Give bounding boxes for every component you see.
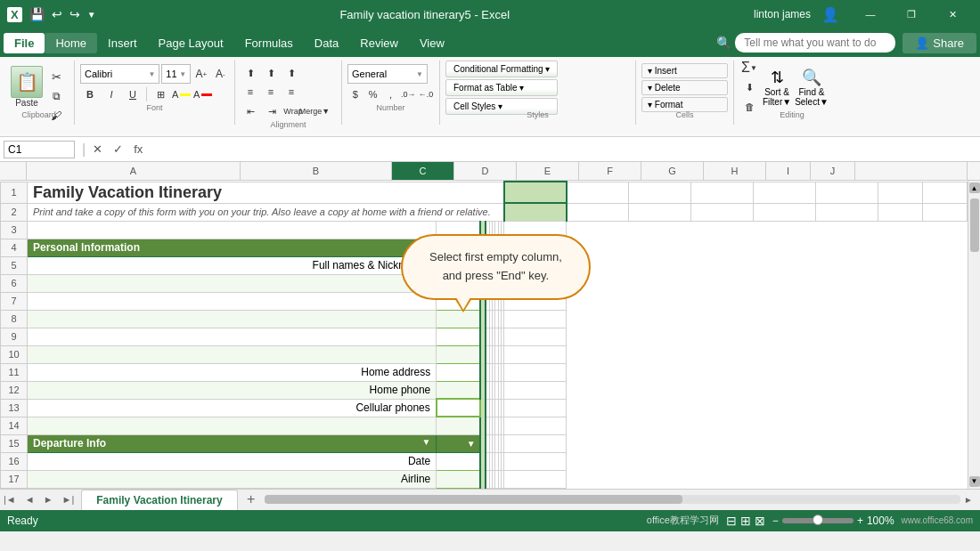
- cell-D1[interactable]: [567, 182, 629, 203]
- cell-J15[interactable]: [504, 434, 567, 452]
- scroll-thumb[interactable]: [970, 199, 979, 252]
- autosum-button[interactable]: Σ▼: [739, 59, 759, 77]
- cell-B13[interactable]: [437, 399, 480, 417]
- comma-button[interactable]: ,: [383, 85, 399, 103]
- cell-B16[interactable]: [437, 452, 480, 470]
- scroll-thumb-h[interactable]: [265, 495, 682, 504]
- bold-button[interactable]: B: [80, 85, 100, 103]
- menu-view[interactable]: View: [409, 33, 455, 53]
- col-header-J[interactable]: J: [811, 162, 855, 180]
- underline-button[interactable]: U: [123, 85, 143, 103]
- cell-J10[interactable]: [504, 345, 567, 363]
- menu-review[interactable]: Review: [349, 33, 409, 53]
- cell-A9[interactable]: [28, 328, 437, 345]
- cell-C2[interactable]: [504, 203, 567, 221]
- paste-button[interactable]: 📋 Paste: [9, 64, 45, 109]
- cell-B15[interactable]: ▼: [437, 434, 480, 452]
- scroll-track[interactable]: [968, 195, 980, 474]
- cell-J8[interactable]: [504, 310, 567, 328]
- col-header-C[interactable]: C: [392, 162, 454, 180]
- sheet-tab-family-vacation[interactable]: Family Vacation Itinerary: [81, 490, 237, 510]
- col-header-D[interactable]: D: [454, 162, 517, 180]
- find-select-button[interactable]: 🔍Find &Select▼: [795, 68, 829, 107]
- menu-formulas[interactable]: Formulas: [234, 33, 304, 53]
- cell-E1[interactable]: [629, 182, 691, 203]
- share-button[interactable]: 👤Share: [902, 33, 976, 53]
- quick-access-customize[interactable]: ▼: [87, 10, 96, 20]
- formula-confirm-icon[interactable]: ✓: [110, 141, 127, 158]
- zoom-in-button[interactable]: +: [857, 515, 863, 527]
- cell-A13[interactable]: Cellular phones: [28, 399, 437, 417]
- increase-indent-button[interactable]: ⇥: [262, 102, 282, 120]
- cell-B14[interactable]: [437, 417, 480, 434]
- zoom-out-button[interactable]: −: [772, 515, 779, 527]
- cell-B10[interactable]: [437, 345, 480, 363]
- quick-access-redo[interactable]: ↪: [69, 7, 80, 21]
- font-grow-button[interactable]: A+: [192, 65, 209, 83]
- cell-A14[interactable]: [28, 417, 437, 434]
- cell-B8[interactable]: [437, 310, 480, 328]
- scroll-right-button[interactable]: ►: [960, 495, 976, 505]
- normal-view-button[interactable]: ⊟: [726, 514, 737, 528]
- col-header-I[interactable]: I: [766, 162, 811, 180]
- sort-filter-button[interactable]: ⇅Sort &Filter▼: [763, 68, 791, 107]
- minimize-button[interactable]: —: [850, 0, 891, 28]
- delete-cells-button[interactable]: ▾ Delete: [641, 80, 728, 95]
- cell-G2[interactable]: [754, 203, 816, 221]
- align-middle-left-button[interactable]: ≡: [241, 83, 260, 101]
- zoom-slider[interactable]: [782, 518, 853, 523]
- menu-file[interactable]: File: [4, 33, 45, 53]
- fill-button[interactable]: ⬇: [739, 78, 759, 96]
- cell-J1[interactable]: [923, 182, 968, 203]
- quick-access-save[interactable]: 💾: [29, 7, 45, 21]
- grid-scroll-area[interactable]: 1 Family Vacation Itinerary 2 Print and …: [0, 181, 968, 489]
- cell-H1[interactable]: [816, 182, 878, 203]
- format-as-table-button[interactable]: Format as Table ▾: [445, 79, 558, 96]
- col-header-H[interactable]: H: [704, 162, 766, 180]
- restore-button[interactable]: ❐: [891, 0, 932, 28]
- scroll-track-h[interactable]: [265, 495, 960, 504]
- number-format-selector[interactable]: General▼: [347, 64, 428, 84]
- align-top-right-button[interactable]: ⬆: [282, 64, 301, 82]
- menu-home[interactable]: Home: [45, 33, 97, 53]
- cell-A17[interactable]: Airline: [28, 470, 437, 488]
- formula-function-icon[interactable]: fx: [130, 141, 146, 158]
- col-header-G[interactable]: G: [641, 162, 704, 180]
- cell-J13[interactable]: [504, 399, 567, 417]
- cell-J11[interactable]: [504, 363, 567, 381]
- cell-B11[interactable]: [437, 363, 480, 381]
- menu-data[interactable]: Data: [304, 33, 349, 53]
- cut-button[interactable]: ✂: [46, 68, 66, 85]
- vertical-scrollbar[interactable]: ▲ ▼: [968, 181, 980, 489]
- decrease-indent-button[interactable]: ⇤: [241, 102, 260, 120]
- align-middle-center-button[interactable]: ≡: [261, 83, 281, 101]
- decimal-decrease-button[interactable]: ←.0: [418, 85, 434, 103]
- cell-J2[interactable]: [923, 203, 968, 221]
- cell-B17[interactable]: [437, 470, 480, 488]
- decimal-increase-button[interactable]: .0→: [400, 85, 416, 103]
- align-middle-right-button[interactable]: ≡: [282, 83, 301, 101]
- col-header-B[interactable]: B: [241, 162, 392, 180]
- search-input[interactable]: [735, 33, 895, 53]
- sheet-nav-prev[interactable]: ◄: [21, 494, 38, 505]
- sheet-nav-last[interactable]: ►|: [59, 494, 78, 505]
- clear-button[interactable]: 🗑: [739, 98, 759, 116]
- italic-button[interactable]: I: [102, 85, 121, 103]
- col-header-E[interactable]: E: [517, 162, 579, 180]
- quick-access-undo[interactable]: ↩: [52, 7, 62, 21]
- conditional-formatting-button[interactable]: Conditional Formatting ▾: [445, 61, 558, 77]
- cell-J14[interactable]: [504, 417, 567, 434]
- cell-A4-section[interactable]: Personal Information ▼: [28, 239, 437, 256]
- page-break-button[interactable]: ⊠: [755, 514, 765, 528]
- cell-A16[interactable]: Date: [28, 452, 437, 470]
- account-icon[interactable]: 👤: [821, 6, 839, 23]
- cell-A5[interactable]: Full names & Nicknames: [28, 256, 437, 274]
- cell-A15-section[interactable]: Departure Info ▼: [28, 434, 437, 452]
- cell-B9[interactable]: [437, 328, 480, 345]
- cell-D2[interactable]: [567, 203, 629, 221]
- format-cells-button[interactable]: ▾ Format: [641, 97, 728, 112]
- cell-J17[interactable]: [504, 470, 567, 488]
- fill-color-button[interactable]: A: [172, 85, 192, 103]
- menu-page-layout[interactable]: Page Layout: [148, 33, 234, 53]
- merge-cells-button[interactable]: Merge▼: [305, 102, 324, 120]
